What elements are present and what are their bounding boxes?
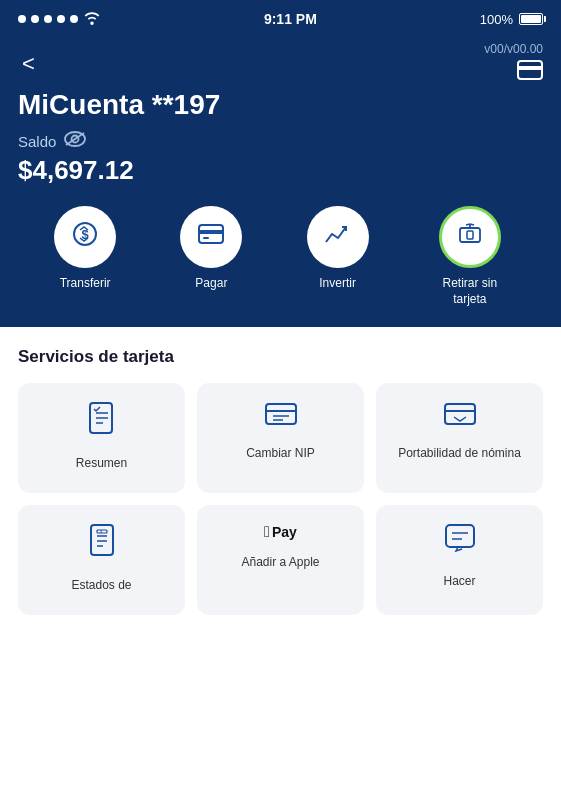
battery-fill (521, 15, 541, 23)
resumen-icon (87, 401, 117, 442)
main-content: Servicios de tarjeta Resumen (0, 327, 561, 811)
card-cambiar-nip[interactable]: Cambiar NIP (197, 383, 364, 493)
svg-rect-9 (203, 237, 209, 239)
header: < v00/v00.00 MiCuenta **197 Saldo $4,697… (0, 36, 561, 327)
apple-pay-icon:  Pay (264, 523, 297, 541)
card-estados[interactable]: $ Estados de (18, 505, 185, 615)
signal-dots (18, 15, 78, 23)
balance-amount: $4,697.12 (18, 155, 543, 186)
card-hacer[interactable]: Hacer (376, 505, 543, 615)
wifi-icon (83, 11, 101, 28)
action-circle-transferir: $ (54, 206, 116, 268)
balance-label: Saldo (18, 133, 56, 150)
signal-area (18, 11, 101, 28)
action-circle-retirar (439, 206, 501, 268)
action-circle-pagar (180, 206, 242, 268)
signal-dot (31, 15, 39, 23)
status-bar: 9:11 PM 100% (0, 0, 561, 36)
card-label-cambiar-nip: Cambiar NIP (246, 446, 315, 462)
signal-dot (70, 15, 78, 23)
card-label-portabilidad: Portabilidad de nómina (398, 446, 521, 462)
card-label-resumen: Resumen (76, 456, 127, 472)
signal-dot (44, 15, 52, 23)
action-pagar[interactable]: Pagar (180, 206, 242, 292)
card-portabilidad[interactable]: Portabilidad de nómina (376, 383, 543, 493)
signal-dot (18, 15, 26, 23)
retirar-icon (456, 220, 484, 254)
battery-icon (519, 13, 543, 25)
card-resumen[interactable]: Resumen (18, 383, 185, 493)
back-button[interactable]: < (18, 51, 39, 77)
action-invertir[interactable]: Invertir (307, 206, 369, 292)
action-label-transferir: Transferir (60, 276, 111, 292)
action-label-pagar: Pagar (195, 276, 227, 292)
action-circle-invertir (307, 206, 369, 268)
svg-rect-11 (467, 231, 473, 239)
action-label-invertir: Invertir (319, 276, 356, 292)
account-title: MiCuenta **197 (18, 89, 543, 121)
card-icon-button[interactable] (517, 60, 543, 85)
card-label-hacer: Hacer (443, 574, 475, 590)
status-time: 9:11 PM (264, 11, 317, 27)
actions-row: $ Transferir Pagar (18, 206, 543, 307)
action-transferir[interactable]: $ Transferir (54, 206, 116, 292)
svg-line-13 (466, 224, 470, 225)
svg-rect-31 (446, 525, 474, 547)
balance-hidden-text: v00/v00.00 (484, 42, 543, 56)
svg-rect-1 (518, 66, 542, 70)
action-retirar[interactable]: Retirar sin tarjeta (433, 206, 507, 307)
eye-slash-icon[interactable] (64, 131, 86, 151)
service-cards-grid: Resumen Cambiar NIP (18, 383, 543, 615)
hacer-icon (444, 523, 476, 560)
battery-area: 100% (480, 12, 543, 27)
portabilidad-icon (444, 401, 476, 432)
card-label-estados: Estados de (71, 578, 131, 594)
battery-percent: 100% (480, 12, 513, 27)
header-top-row: < v00/v00.00 (18, 42, 543, 85)
svg-rect-19 (266, 404, 296, 424)
cambiar-nip-icon (265, 401, 297, 432)
servicios-section-title: Servicios de tarjeta (18, 347, 543, 367)
action-label-retirar: Retirar sin tarjeta (433, 276, 507, 307)
transferir-icon: $ (71, 220, 99, 254)
balance-label-row: Saldo (18, 131, 543, 151)
estados-icon: $ (88, 523, 116, 564)
card-label-apple-pay: Añadir a Apple (241, 555, 319, 571)
card-apple-pay[interactable]:  Pay Añadir a Apple (197, 505, 364, 615)
svg-rect-10 (460, 228, 480, 242)
svg-line-14 (470, 224, 474, 225)
signal-dot (57, 15, 65, 23)
svg-rect-8 (199, 230, 223, 234)
pagar-icon (197, 223, 225, 251)
invertir-icon (324, 222, 352, 252)
header-right-area: v00/v00.00 (484, 42, 543, 85)
